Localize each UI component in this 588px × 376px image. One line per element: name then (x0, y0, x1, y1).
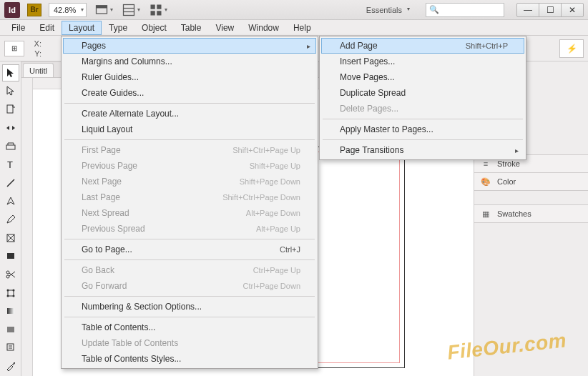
menu-help[interactable]: Help (286, 21, 318, 35)
close-button[interactable]: ✕ (561, 3, 584, 17)
document-tab[interactable]: Untitl (23, 63, 54, 77)
menu-item-label: Previous Page (82, 161, 137, 171)
menu-item-label: Margins and Columns... (82, 56, 172, 66)
layout_menu-item[interactable]: Go to Page...Ctrl+J (63, 242, 316, 257)
vertical-ruler[interactable] (21, 78, 33, 376)
tools-panel: T (0, 61, 21, 376)
pencil-tool-icon[interactable] (2, 211, 19, 228)
svg-rect-7 (151, 11, 155, 15)
menu-item-label: Liquid Layout (82, 124, 132, 134)
reference-point-icon[interactable]: ⊞ (4, 41, 24, 56)
workspace-switcher[interactable]: Essentials (361, 4, 413, 16)
pages_submenu-item[interactable]: Page Transitions (321, 142, 524, 158)
color-icon: 🎨 (480, 176, 491, 187)
svg-rect-21 (8, 290, 14, 296)
layout_menu-item[interactable]: Pages (63, 38, 316, 54)
layout_menu-separator (64, 103, 315, 104)
eyedropper-tool-icon[interactable] (2, 357, 19, 375)
menu-item-shortcut: Shift+Ctrl+P (466, 41, 508, 50)
menu-type[interactable]: Type (102, 21, 134, 35)
y-label: Y: (29, 49, 41, 58)
layout_menu-item[interactable]: Table of Contents... (63, 320, 316, 335)
pages_submenu-item[interactable]: Apply Master to Pages... (321, 122, 524, 137)
menu-item-label: Go Back (82, 265, 114, 275)
page-tool-icon[interactable] (2, 101, 19, 118)
menu-layout[interactable]: Layout (62, 21, 102, 35)
screen-mode-icon[interactable] (94, 2, 114, 18)
layout_menu-item[interactable]: Numbering & Section Options... (63, 299, 316, 315)
layout_menu-item[interactable]: Liquid Layout (63, 122, 316, 137)
zoom-dropdown[interactable]: 42.8% (49, 3, 87, 17)
gradient-swatch-tool-icon[interactable] (2, 302, 19, 320)
svg-rect-27 (7, 327, 14, 332)
arrange-docs-icon[interactable] (148, 2, 168, 18)
gap-tool-icon[interactable] (2, 119, 19, 137)
quick-apply-icon[interactable]: ⚡ (559, 39, 584, 58)
pen-tool-icon[interactable] (2, 192, 19, 209)
layout_menu-item[interactable]: Margins and Columns... (63, 54, 316, 69)
menu-item-label: Update Table of Contents (82, 338, 178, 348)
menu-item-label: Create Alternate Layout... (82, 109, 179, 119)
menu-bar: File Edit Layout Type Object Table View … (0, 20, 588, 36)
rectangle-tool-icon[interactable] (2, 247, 19, 264)
layout_menu-item: Update Table of Contents (63, 335, 316, 351)
panel-color-label: Color (497, 177, 516, 186)
selection-tool-icon[interactable] (2, 64, 19, 81)
pages_submenu-item[interactable]: Move Pages... (321, 69, 524, 85)
view-options-icon[interactable] (121, 2, 141, 18)
layout_menu-item[interactable]: Create Alternate Layout... (63, 106, 316, 122)
layout_menu-item[interactable]: Table of Contents Styles... (63, 351, 316, 367)
svg-rect-5 (151, 4, 155, 9)
menu-edit[interactable]: Edit (32, 21, 62, 35)
gradient-feather-tool-icon[interactable] (2, 321, 19, 338)
menu-item-label: Next Spread (82, 208, 129, 218)
menu-file[interactable]: File (4, 21, 32, 35)
menu-object[interactable]: Object (134, 21, 174, 35)
layout_menu-separator (64, 239, 315, 239)
menu-item-shortcut: Ctrl+J (280, 245, 300, 254)
swatches-icon: ▦ (480, 208, 491, 219)
menu-item-label: Previous Spread (82, 224, 145, 234)
menu-item-shortcut: Alt+Page Up (256, 224, 300, 233)
menu-item-label: Table of Contents... (82, 322, 155, 332)
layout_menu-item[interactable]: Ruler Guides... (63, 69, 316, 85)
panel-swatches[interactable]: ▦ Swatches (474, 204, 588, 223)
scissors-tool-icon[interactable] (2, 266, 19, 283)
panel-color[interactable]: 🎨 Color (474, 172, 588, 191)
minimize-button[interactable]: — (516, 3, 539, 17)
menu-table[interactable]: Table (174, 21, 209, 35)
menu-item-label: Next Page (82, 177, 122, 187)
app-logo-icon: Id (4, 2, 20, 18)
line-tool-icon[interactable] (2, 174, 19, 192)
layout_menu-item: Last PageShift+Ctrl+Page Down (63, 189, 316, 205)
menu-view[interactable]: View (208, 21, 241, 35)
bridge-icon[interactable]: Br (27, 4, 41, 16)
layout_menu-item: Previous PageShift+Page Up (63, 158, 316, 174)
free-transform-tool-icon[interactable] (2, 285, 19, 302)
type-tool-icon[interactable]: T (2, 156, 19, 173)
menu-item-shortcut: Ctrl+Page Up (253, 266, 300, 274)
menu-item-label: Ruler Guides... (82, 72, 139, 82)
maximize-button[interactable]: ☐ (539, 3, 562, 17)
pages_submenu-item: Delete Pages... (321, 101, 524, 117)
menu-item-shortcut: Alt+Page Down (246, 209, 300, 217)
pages_submenu-item[interactable]: Duplicate Spread (321, 85, 524, 101)
menu-item-label: Page Transitions (340, 145, 403, 155)
pages_submenu-separator (323, 119, 523, 119)
svg-point-17 (6, 271, 9, 274)
content-collector-tool-icon[interactable] (2, 138, 19, 155)
pages_submenu-item[interactable]: Add PageShift+Ctrl+P (321, 38, 524, 54)
svg-rect-1 (97, 5, 107, 8)
search-input[interactable]: 🔍 (426, 3, 504, 17)
menu-window[interactable]: Window (241, 21, 286, 35)
layout_menu-separator (64, 317, 315, 317)
rectangle-frame-tool-icon[interactable] (2, 229, 19, 247)
direct-selection-tool-icon[interactable] (2, 83, 19, 100)
layout_menu-separator (64, 296, 315, 297)
svg-rect-9 (7, 105, 13, 113)
pages_submenu-item[interactable]: Insert Pages... (321, 54, 524, 69)
note-tool-icon[interactable] (2, 340, 19, 357)
layout_menu-item: Previous SpreadAlt+Page Up (63, 221, 316, 237)
menu-item-shortcut: Shift+Ctrl+Page Up (232, 146, 300, 154)
layout_menu-item[interactable]: Create Guides... (63, 85, 316, 101)
